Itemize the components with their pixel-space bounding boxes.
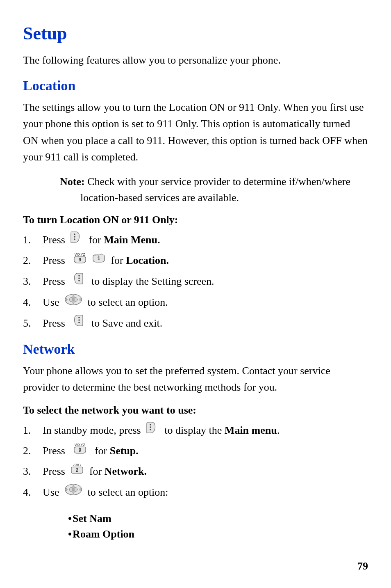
location-heading: Location — [23, 78, 368, 94]
option-item: Roam Option — [68, 526, 368, 542]
location-body: The settings allow you to turn the Locat… — [23, 99, 368, 165]
step-text: Press — [43, 272, 70, 291]
nav-pad-icon — [64, 293, 82, 312]
network-options: Set Nam Roam Option — [68, 511, 368, 542]
step-number: 1. — [23, 231, 43, 249]
step-number: 5. — [23, 314, 43, 332]
step-text: to Save and exit. — [86, 314, 162, 332]
option-item: Set Nam — [68, 511, 368, 526]
network-body: Your phone allows you to set the preferr… — [23, 363, 368, 396]
step-item: 3. Press for Network. — [23, 462, 368, 480]
step-text: Press — [43, 314, 70, 332]
step-item: 1. Press for Main Menu. — [23, 231, 368, 249]
step-item: 3. Press to display the Setting screen. — [23, 272, 368, 291]
step-emphasis: Location. — [126, 252, 169, 270]
step-text: for — [89, 442, 110, 460]
page-number: 79 — [357, 560, 368, 572]
intro-text: The following features allow you to pers… — [23, 52, 368, 68]
network-heading: Network — [23, 341, 368, 357]
step-text: to select an option. — [85, 293, 168, 311]
step-number: 3. — [23, 462, 43, 480]
step-emphasis: Network. — [105, 462, 147, 480]
step-number: 2. — [23, 442, 43, 460]
step-number: 1. — [23, 421, 43, 439]
note-text: Check with your service provider to dete… — [80, 176, 350, 204]
soft-key-icon — [73, 314, 84, 332]
step-text: . — [277, 421, 280, 439]
step-number: 4. — [23, 293, 43, 311]
key-2-icon — [70, 462, 84, 480]
menu-key-icon — [146, 421, 157, 439]
network-procedure-title: To select the network you want to use: — [23, 404, 368, 416]
step-number: 2. — [23, 252, 43, 270]
location-steps: 1. Press for Main Menu. 2. Press for Loc… — [23, 231, 368, 332]
location-procedure-title: To turn Location ON or 911 Only: — [23, 214, 368, 226]
step-text: for — [86, 462, 104, 480]
step-text: to display the — [159, 421, 225, 439]
key-9-icon — [73, 252, 87, 270]
step-emphasis: Main Menu. — [104, 231, 160, 249]
step-number: 3. — [23, 272, 43, 291]
step-text: Press — [43, 252, 70, 270]
step-item: 4. Use to select an option: — [23, 483, 368, 502]
step-number: 4. — [23, 483, 43, 501]
step-text: for — [108, 252, 126, 270]
step-emphasis: Setup. — [110, 442, 139, 460]
step-text: to select an option: — [85, 483, 168, 501]
page-title: Setup — [23, 23, 368, 44]
step-text: Use — [43, 293, 62, 311]
step-text: Use — [43, 483, 62, 501]
location-note: Note: Check with your service provider t… — [60, 174, 368, 206]
step-item: 2. Press for Setup. — [23, 442, 368, 460]
step-text: Press — [43, 462, 68, 480]
step-item: 1. In standby mode, press to display the… — [23, 421, 368, 439]
step-item: 4. Use to select an option. — [23, 293, 368, 312]
step-text: Press — [43, 442, 70, 460]
soft-key-icon — [73, 272, 84, 291]
step-text: to display the Setting screen. — [86, 272, 214, 291]
nav-pad-icon — [64, 483, 82, 502]
note-label: Note: — [60, 176, 85, 188]
step-text: for — [83, 231, 104, 249]
step-text: Press — [43, 231, 68, 249]
network-steps: 1. In standby mode, press to display the… — [23, 421, 368, 502]
key-1-icon — [92, 252, 106, 270]
menu-key-icon — [70, 231, 81, 249]
step-text: In standby mode, press — [43, 421, 143, 439]
step-item: 2. Press for Location. — [23, 252, 368, 270]
key-9-icon — [73, 442, 87, 460]
step-item: 5. Press to Save and exit. — [23, 314, 368, 332]
step-emphasis: Main menu — [225, 421, 277, 439]
